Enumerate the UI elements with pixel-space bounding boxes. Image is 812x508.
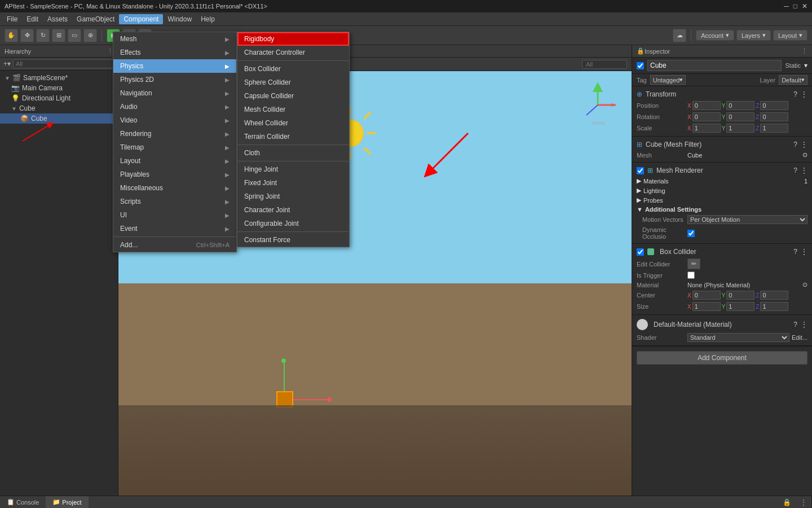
layout-dropdown[interactable]: Layout ▾ (773, 30, 807, 41)
physics-configurable-joint[interactable]: Configurable Joint (237, 217, 349, 230)
transform-settings[interactable]: ⋮ (801, 90, 807, 98)
panel-lock-icon[interactable]: 🔒 (778, 498, 796, 506)
addl-settings-row[interactable]: ▼ Additional Settings (637, 205, 807, 214)
menu-file[interactable]: File (2, 14, 22, 24)
physics-mesh-collider[interactable]: Mesh Collider (237, 103, 349, 116)
motion-vectors-select[interactable]: Per Object Motion (687, 215, 807, 224)
physics-terrain-collider[interactable]: Terrain Collider (237, 130, 349, 143)
menu-item-audio[interactable]: Audio ▶ (113, 100, 236, 113)
rot-x-input[interactable] (692, 112, 721, 121)
menu-item-physics2d[interactable]: Physics 2D ▶ (113, 73, 236, 86)
toolbar-collab[interactable]: ☁ (673, 29, 686, 42)
meshfilter-help[interactable]: ? (793, 141, 797, 148)
boxcollider-toggle[interactable] (637, 248, 644, 256)
menu-assets[interactable]: Assets (43, 14, 72, 24)
default-material-header[interactable]: Default-Material (Material) ? ⋮ (637, 317, 807, 332)
meshrenderer-header[interactable]: ⊞ Mesh Renderer ? ⋮ (637, 165, 807, 176)
scale-x-input[interactable] (692, 124, 721, 133)
inspector-menu-icon[interactable]: ⋮ (801, 47, 807, 55)
physics-cloth[interactable]: Cloth (237, 146, 349, 160)
object-active-toggle[interactable] (637, 62, 644, 69)
panel-menu-icon[interactable]: ⋮ (796, 498, 811, 506)
physics-character-controller[interactable]: Character Controller (237, 46, 349, 59)
meshfilter-header[interactable]: ⊞ Cube (Mesh Filter) ? ⋮ (637, 139, 807, 150)
menu-item-effects[interactable]: Effects ▶ (113, 46, 236, 59)
menu-item-miscellaneous[interactable]: Miscellaneous ▶ (113, 181, 236, 195)
object-name-field[interactable]: Cube (647, 60, 782, 71)
physics-character-joint[interactable]: Character Joint (237, 203, 349, 217)
menu-item-layout[interactable]: Layout ▶ (113, 154, 236, 168)
lighting-row[interactable]: ▶ Lighting (637, 186, 807, 195)
hierarchy-item-cube-child[interactable]: 📦 Cube (0, 113, 118, 124)
tab-console[interactable]: 📋 Console (0, 496, 46, 509)
dynamic-occlusion-toggle[interactable] (687, 230, 695, 237)
hierarchy-item-maincamera[interactable]: 📷 Main Camera (0, 83, 118, 93)
transform-gizmo[interactable]: Persp (575, 82, 620, 128)
menu-item-physics[interactable]: Physics ▶ (113, 59, 236, 73)
maximize-button[interactable]: □ (793, 2, 797, 10)
menu-item-add[interactable]: Add... Ctrl+Shift+A (113, 238, 236, 252)
materials-row[interactable]: ▶ Materials 1 (637, 176, 807, 186)
is-trigger-checkbox[interactable] (687, 271, 695, 279)
physics-capsule-collider[interactable]: Capsule Collider (237, 89, 349, 103)
menu-item-playables[interactable]: Playables ▶ (113, 168, 236, 181)
physics-constant-force[interactable]: Constant Force (237, 233, 349, 247)
hierarchy-search-input[interactable] (13, 59, 114, 68)
close-button[interactable]: ✕ (802, 2, 807, 10)
menu-item-navigation[interactable]: Navigation ▶ (113, 86, 236, 100)
meshrenderer-help[interactable]: ? (793, 167, 797, 174)
sizez-input[interactable] (760, 302, 788, 311)
toolbar-rect[interactable]: ▭ (68, 29, 81, 42)
physics-spring-joint[interactable]: Spring Joint (237, 190, 349, 203)
pos-x-input[interactable] (692, 101, 721, 110)
layers-dropdown[interactable]: Layers ▾ (736, 30, 771, 41)
toolbar-scale[interactable]: ⊞ (52, 29, 65, 42)
menu-help[interactable]: Help (196, 14, 219, 24)
probes-row[interactable]: ▶ Probes (637, 195, 807, 205)
material-settings[interactable]: ⋮ (801, 321, 807, 329)
tag-dropdown[interactable]: Untagged ▾ (650, 75, 686, 85)
menu-item-rendering[interactable]: Rendering ▶ (113, 127, 236, 141)
account-dropdown[interactable]: Account ▾ (696, 30, 734, 41)
sizey-input[interactable] (726, 302, 754, 311)
transform-header[interactable]: ⊕ Transform ? ⋮ (637, 89, 807, 100)
edit-shader-button[interactable]: Edit... (792, 334, 807, 341)
shader-select[interactable]: Standard (687, 333, 789, 342)
material-target-icon[interactable]: ⊙ (802, 281, 807, 288)
cy-input[interactable] (726, 291, 754, 300)
scene-search-input[interactable] (582, 60, 627, 69)
meshfilter-settings[interactable]: ⋮ (801, 141, 807, 148)
boxcollider-header[interactable]: Box Collider ? ⋮ (637, 246, 807, 257)
material-help[interactable]: ? (793, 321, 797, 329)
lock-icon[interactable]: 🔒 (637, 47, 645, 55)
menu-item-video[interactable]: Video ▶ (113, 113, 236, 127)
meshrenderer-settings[interactable]: ⋮ (801, 167, 807, 174)
menu-item-tilemap[interactable]: Tilemap ▶ (113, 141, 236, 154)
motion-vectors-value[interactable]: Per Object Motion (687, 215, 807, 224)
cx-input[interactable] (692, 291, 721, 300)
toolbar-transform[interactable]: ⊕ (83, 29, 97, 42)
layer-dropdown[interactable]: Default ▾ (779, 75, 807, 85)
rot-y-input[interactable] (726, 112, 754, 121)
minimize-button[interactable]: ─ (784, 2, 789, 10)
scale-y-input[interactable] (726, 124, 754, 133)
menu-gameobject[interactable]: GameObject (72, 14, 119, 24)
physics-hinge-joint[interactable]: Hinge Joint (237, 163, 349, 176)
sizex-input[interactable] (692, 302, 721, 311)
transform-help[interactable]: ? (793, 90, 797, 98)
hierarchy-item-cube-parent[interactable]: ▼ Cube (0, 103, 118, 113)
boxcollider-settings[interactable]: ⋮ (801, 248, 807, 256)
mesh-target-icon[interactable]: ⊙ (802, 151, 807, 159)
menu-item-event[interactable]: Event ▶ (113, 222, 236, 235)
cz-input[interactable] (760, 291, 788, 300)
menu-item-mesh[interactable]: Mesh ▶ (113, 32, 236, 46)
menu-item-scripts[interactable]: Scripts ▶ (113, 195, 236, 208)
physics-fixed-joint[interactable]: Fixed Joint (237, 176, 349, 190)
pos-y-input[interactable] (726, 101, 754, 110)
physics-rigidbody[interactable]: Rigidbody (237, 32, 349, 46)
boxcollider-help[interactable]: ? (793, 248, 797, 256)
hierarchy-item-samplescene[interactable]: ▼ 🎬 SampleScene* (0, 73, 118, 83)
menu-component[interactable]: Component (119, 14, 163, 24)
physics-sphere-collider[interactable]: Sphere Collider (237, 76, 349, 89)
menu-edit[interactable]: Edit (22, 14, 43, 24)
